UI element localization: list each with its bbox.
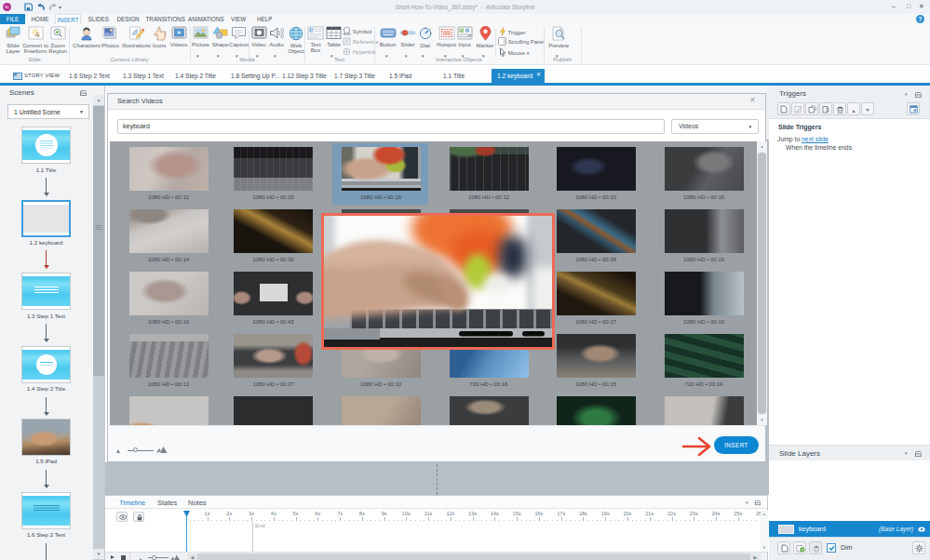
svg-text:A: A (310, 28, 313, 33)
